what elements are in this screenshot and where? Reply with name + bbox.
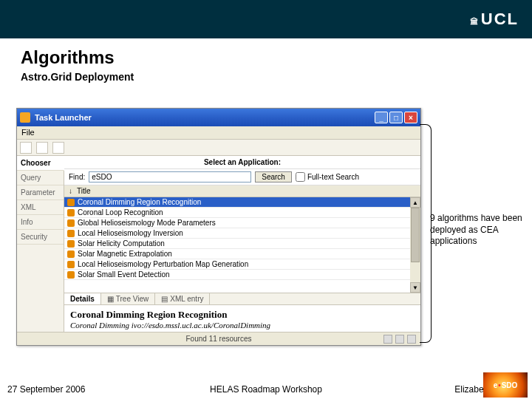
- tab-details[interactable]: Details: [64, 293, 101, 304]
- sidebar: Chooser Query Parameter XML Info Securit…: [17, 156, 64, 332]
- page-subtitle: Astro.Grid Deployment: [21, 71, 532, 83]
- esdo-logo: e•SDO: [483, 372, 528, 398]
- maximize-button[interactable]: □: [389, 112, 403, 123]
- application-list: Coronal Dimming Region Recognition Coron…: [64, 197, 420, 293]
- item-icon: [67, 230, 75, 237]
- status-icon-1[interactable]: [383, 335, 392, 344]
- toolbar-icon-1[interactable]: [20, 142, 32, 154]
- list-item[interactable]: Solar Small Event Detection: [64, 270, 420, 280]
- status-bar: Found 11 resources: [17, 332, 420, 345]
- window-titlebar[interactable]: Task Launcher _ □ ×: [17, 109, 420, 126]
- sidebar-item-parameter[interactable]: Parameter: [17, 185, 64, 200]
- list-item[interactable]: Solar Helicity Computation: [64, 239, 420, 249]
- scroll-track[interactable]: [410, 208, 420, 282]
- scroll-up-icon[interactable]: ▲: [410, 197, 420, 208]
- footer-date: 27 September 2006: [7, 384, 133, 395]
- col-title[interactable]: Title: [77, 187, 91, 195]
- footer-center: HELAS Roadmap Workshop: [133, 384, 399, 395]
- task-launcher-window: Task Launcher _ □ × File Chooser Query P…: [16, 108, 421, 346]
- find-label: Find:: [69, 173, 85, 181]
- list-item[interactable]: Global Helioseismology Mode Parameters: [64, 218, 420, 228]
- window-body: Chooser Query Parameter XML Info Securit…: [17, 156, 420, 332]
- list-item[interactable]: Coronal Dimming Region Recognition: [64, 197, 420, 208]
- status-icon-2[interactable]: [395, 335, 404, 344]
- detail-tabs: Details ▦Tree View ▤XML entry: [64, 293, 420, 305]
- sidebar-item-chooser[interactable]: Chooser: [17, 156, 64, 171]
- minimize-button[interactable]: _: [375, 112, 388, 123]
- top-banner: 🏛UCL: [0, 0, 532, 38]
- item-icon: [67, 199, 75, 206]
- scroll-down-icon[interactable]: ▼: [410, 282, 420, 293]
- status-text: Found 11 resources: [186, 335, 252, 343]
- menu-file[interactable]: File: [21, 128, 35, 137]
- page-title: Algorithms: [21, 47, 532, 68]
- fulltext-check-input[interactable]: [296, 172, 305, 182]
- fulltext-checkbox[interactable]: Full-text Search: [296, 172, 359, 182]
- list-item[interactable]: Solar Magnetic Extrapolation: [64, 249, 420, 259]
- ucl-logo: 🏛UCL: [470, 10, 519, 29]
- tab-xml-entry[interactable]: ▤XML entry: [155, 293, 210, 304]
- sort-indicator[interactable]: ↓: [69, 187, 72, 195]
- close-button[interactable]: ×: [404, 112, 417, 123]
- annotation-text: 9 algorithms have been deployed as CEA a…: [430, 213, 528, 248]
- window-title: Task Launcher: [35, 113, 373, 122]
- menu-bar: File: [17, 126, 420, 140]
- xml-icon: ▤: [161, 295, 168, 303]
- detail-title: Coronal Dimming Region Recognition: [70, 309, 415, 321]
- footer: 27 September 2006 HELAS Roadmap Workshop…: [0, 384, 532, 395]
- status-icon-3[interactable]: [407, 335, 416, 344]
- sidebar-item-security[interactable]: Security: [17, 230, 64, 245]
- scrollbar[interactable]: ▲ ▼: [410, 197, 420, 293]
- detail-body: Coronal Dimming ivo://esdo.mssl.ucl.ac.u…: [70, 321, 415, 330]
- item-icon: [67, 271, 75, 279]
- item-icon: [67, 219, 75, 227]
- item-icon: [67, 240, 75, 248]
- sidebar-item-xml[interactable]: XML: [17, 200, 64, 215]
- app-icon: [20, 112, 30, 123]
- list-header: ↓ Title: [64, 185, 420, 197]
- toolbar: [17, 140, 420, 156]
- tree-icon: ▦: [107, 295, 114, 303]
- find-input[interactable]: [89, 171, 251, 183]
- list-item[interactable]: Local Helioseismology Perturbation Map G…: [64, 259, 420, 270]
- scroll-thumb[interactable]: [411, 208, 420, 262]
- find-row: Find: Search Full-text Search: [64, 169, 420, 185]
- toolbar-icon-2[interactable]: [36, 142, 48, 154]
- toolbar-icon-3[interactable]: [52, 142, 64, 154]
- main-panel: Select an Application: Find: Search Full…: [64, 156, 420, 332]
- list-item[interactable]: Local Helioseismology Inversion: [64, 228, 420, 239]
- select-application-heading: Select an Application:: [64, 156, 420, 169]
- item-icon: [67, 250, 75, 258]
- sidebar-item-info[interactable]: Info: [17, 215, 64, 230]
- detail-panel: Coronal Dimming Region Recognition Coron…: [64, 305, 420, 332]
- search-button[interactable]: Search: [255, 171, 292, 183]
- item-icon: [67, 261, 75, 268]
- sidebar-item-query[interactable]: Query: [17, 171, 64, 185]
- item-icon: [67, 209, 75, 216]
- list-item[interactable]: Coronal Loop Recognition: [64, 208, 420, 218]
- title-block: Algorithms Astro.Grid Deployment: [21, 47, 532, 83]
- tab-tree-view[interactable]: ▦Tree View: [101, 293, 155, 304]
